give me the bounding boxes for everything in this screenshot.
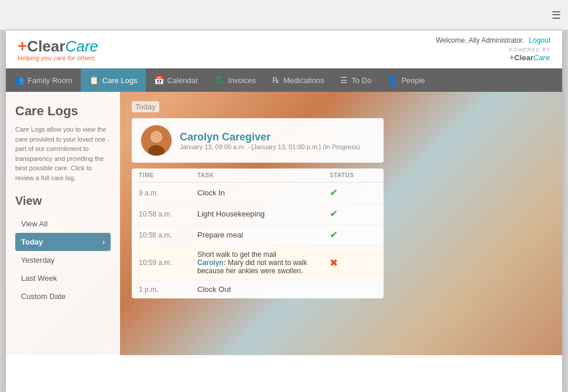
medications-icon: ℞ — [272, 75, 280, 85]
sidebar-title: Care Logs — [15, 104, 111, 119]
nav-bar: 👥 Family Room 📋 Care Logs 📅 Calendar 💲 I… — [6, 68, 562, 92]
today-label: Today — [132, 101, 159, 112]
nav-item-medications[interactable]: ℞ Medications — [264, 68, 332, 92]
welcome-text: Welcome, Ally Administrator. — [436, 36, 524, 44]
sidebar-item-today[interactable]: Today › — [15, 233, 111, 251]
header-status: STATUS — [330, 172, 377, 178]
nav-item-calendar[interactable]: 📅 Calendar — [146, 68, 207, 92]
task-time: 1 p.m. — [139, 286, 197, 294]
task-name: Clock In — [197, 188, 330, 197]
sidebar-item-yesterday[interactable]: Yesterday — [15, 251, 111, 269]
check-icon: ✔ — [330, 208, 337, 219]
logo-plus: + — [18, 38, 27, 54]
task-name: Light Housekeeping — [197, 209, 330, 218]
powered-by: POWERED BY + Clear Care — [509, 47, 550, 62]
table-row: 1 p.m. Clock Out — [132, 280, 384, 298]
sidebar-item-last-week[interactable]: Last Week — [15, 269, 111, 287]
avatar — [141, 125, 172, 156]
powered-care: Care — [533, 53, 550, 62]
task-time: 10:58 a.m. — [139, 231, 197, 239]
logo-tagline: Helping you care for others — [18, 54, 98, 61]
caregiver-info: Carolyn Caregiver January 13, 09:00 a.m.… — [180, 131, 360, 150]
caregiver-card[interactable]: Carolyn Caregiver January 13, 09:00 a.m.… — [132, 118, 384, 163]
table-row: 10:58 a.m. Light Housekeeping ✔ — [132, 204, 384, 225]
logo-clear: Clear — [27, 37, 65, 56]
task-status: ✖ — [330, 257, 377, 269]
today-chevron-icon: › — [102, 238, 105, 246]
nav-item-people[interactable]: 👤 People — [379, 68, 433, 92]
nav-label-invoices: Invoices — [228, 76, 256, 85]
powered-by-text: POWERED BY — [509, 47, 550, 53]
task-note-main: Short walk to get the mail — [197, 250, 330, 259]
powered-logo: + Clear Care — [509, 53, 550, 62]
task-name: Clock Out — [197, 285, 330, 294]
table-row: 10:59 a.m. Short walk to get the mail Ca… — [132, 246, 384, 280]
task-name: Prepare meal — [197, 231, 330, 239]
header: + Clear Care Helping you care for others… — [6, 30, 562, 68]
x-icon: ✖ — [330, 257, 337, 269]
sidebar-item-today-label: Today — [21, 238, 43, 246]
caregiver-name: Carolyn Caregiver — [180, 131, 360, 143]
table-row: 9 a.m. Clock In ✔ — [132, 183, 384, 204]
browser-chrome: ☰ — [0, 0, 568, 30]
sidebar-item-custom-date-label: Custom Date — [21, 292, 66, 301]
nav-item-care-logs[interactable]: 📋 Care Logs — [81, 68, 146, 92]
calendar-icon: 📅 — [154, 75, 164, 85]
sidebar-item-custom-date[interactable]: Custom Date — [15, 287, 111, 305]
sidebar-description: Care Logs allow you to view the care pro… — [15, 125, 111, 183]
logo-care: Care — [65, 37, 98, 56]
powered-clear: Clear — [514, 53, 533, 62]
nav-label-medications: Medications — [283, 76, 324, 85]
nav-item-todo[interactable]: ☰ To Do — [332, 68, 379, 92]
task-note-detail: Carolyn: Mary did not want to walk becau… — [197, 259, 330, 275]
hamburger-icon[interactable]: ☰ — [552, 9, 561, 22]
nav-label-todo: To Do — [351, 76, 371, 85]
nav-label-family-room: Family Room — [28, 76, 73, 85]
invoices-icon: 💲 — [214, 75, 224, 85]
sidebar-item-view-all-label: View All — [21, 219, 47, 228]
header-task: TASK — [197, 172, 330, 178]
task-time: 10:58 a.m. — [139, 210, 197, 218]
sidebar-item-view-all[interactable]: View All — [15, 215, 111, 233]
sidebar-item-last-week-label: Last Week — [21, 274, 57, 283]
task-table: TIME TASK STATUS 9 a.m. Clock In ✔ 10:58… — [132, 169, 384, 298]
main-content: Care Logs Care Logs allow you to view th… — [6, 92, 562, 355]
task-note-caregiver: Carolyn: — [197, 259, 226, 267]
care-log-area: Today Carolyn Caregiver January 13, 09:0… — [120, 92, 562, 355]
task-status: ✔ — [330, 208, 377, 219]
logo: + Clear Care — [18, 37, 98, 56]
task-status: ✔ — [330, 187, 377, 198]
todo-icon: ☰ — [340, 75, 348, 85]
nav-label-calendar: Calendar — [167, 76, 199, 85]
people-icon: 👤 — [388, 75, 398, 85]
task-status: ✔ — [330, 229, 377, 240]
task-time: 9 a.m. — [139, 189, 197, 197]
table-header: TIME TASK STATUS — [132, 169, 384, 183]
task-time: 10:59 a.m. — [139, 259, 197, 267]
powered-plus: + — [509, 53, 514, 62]
check-icon: ✔ — [330, 229, 337, 240]
check-icon: ✔ — [330, 187, 337, 198]
svg-point-3 — [151, 132, 162, 142]
app-window: + Clear Care Helping you care for others… — [6, 30, 562, 392]
care-logs-icon: 📋 — [89, 75, 99, 85]
sidebar: Care Logs Care Logs allow you to view th… — [6, 92, 120, 355]
task-note: Short walk to get the mail Carolyn: Mary… — [197, 250, 330, 275]
view-section-title: View — [15, 194, 111, 208]
logout-link[interactable]: Logout — [529, 36, 550, 44]
sidebar-item-yesterday-label: Yesterday — [21, 256, 54, 264]
avatar-image — [141, 125, 172, 156]
logo-area: + Clear Care Helping you care for others — [18, 37, 98, 61]
nav-label-care-logs: Care Logs — [102, 76, 138, 85]
nav-item-invoices[interactable]: 💲 Invoices — [206, 68, 264, 92]
nav-label-people: People — [401, 76, 425, 85]
header-time: TIME — [139, 172, 197, 178]
table-row: 10:58 a.m. Prepare meal ✔ — [132, 225, 384, 246]
caregiver-date: January 13, 09:00 a.m. - [January 13, 01… — [180, 143, 360, 150]
family-room-icon: 👥 — [14, 75, 24, 85]
header-right: Welcome, Ally Administrator. Logout POWE… — [436, 36, 550, 62]
nav-item-family-room[interactable]: 👥 Family Room — [6, 68, 81, 92]
